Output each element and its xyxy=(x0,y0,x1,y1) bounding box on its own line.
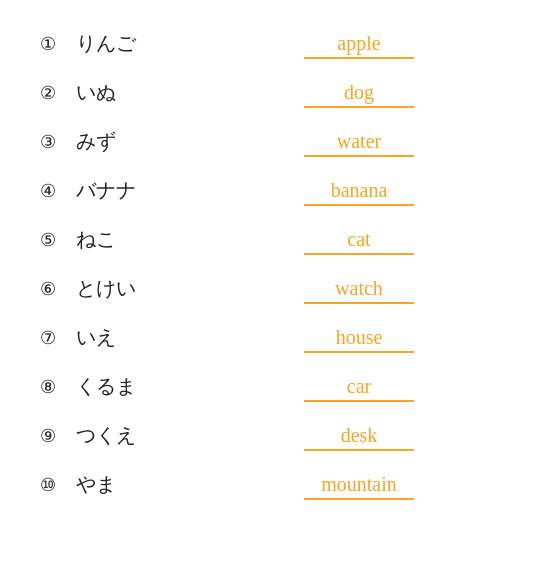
vocab-list: ①りんごapple②いぬdog③みずwater④バナナbanana⑤ねこcat⑥… xyxy=(40,20,512,510)
item-number: ① xyxy=(40,33,76,55)
item-english: cat xyxy=(304,228,414,255)
vocab-item: ⑨つくえdesk xyxy=(40,412,512,461)
item-number: ④ xyxy=(40,180,76,202)
item-japanese: りんご xyxy=(76,30,206,57)
item-english: water xyxy=(304,130,414,157)
item-english: watch xyxy=(304,277,414,304)
item-english: house xyxy=(304,326,414,353)
item-english-wrapper: desk xyxy=(206,424,512,451)
item-number: ⑩ xyxy=(40,474,76,496)
item-number: ③ xyxy=(40,131,76,153)
item-japanese: いえ xyxy=(76,324,206,351)
item-english-wrapper: house xyxy=(206,326,512,353)
item-english-wrapper: mountain xyxy=(206,473,512,500)
item-english-wrapper: cat xyxy=(206,228,512,255)
item-english: banana xyxy=(304,179,414,206)
item-number: ② xyxy=(40,82,76,104)
item-japanese: とけい xyxy=(76,275,206,302)
item-number: ⑤ xyxy=(40,229,76,251)
vocab-item: ④バナナbanana xyxy=(40,167,512,216)
vocab-item: ②いぬdog xyxy=(40,69,512,118)
item-japanese: くるま xyxy=(76,373,206,400)
vocab-item: ⑤ねこcat xyxy=(40,216,512,265)
vocab-item: ①りんごapple xyxy=(40,20,512,69)
item-japanese: バナナ xyxy=(76,177,206,204)
vocab-item: ③みずwater xyxy=(40,118,512,167)
item-japanese: つくえ xyxy=(76,422,206,449)
vocab-item: ⑧くるまcar xyxy=(40,363,512,412)
vocab-item: ⑩やまmountain xyxy=(40,461,512,510)
vocab-item: ⑥とけいwatch xyxy=(40,265,512,314)
item-english: mountain xyxy=(304,473,414,500)
item-english-wrapper: water xyxy=(206,130,512,157)
item-number: ⑨ xyxy=(40,425,76,447)
item-english-wrapper: car xyxy=(206,375,512,402)
item-number: ⑦ xyxy=(40,327,76,349)
item-english: apple xyxy=(304,32,414,59)
item-number: ⑧ xyxy=(40,376,76,398)
item-english: car xyxy=(304,375,414,402)
vocab-item: ⑦いえhouse xyxy=(40,314,512,363)
item-english-wrapper: dog xyxy=(206,81,512,108)
item-english: desk xyxy=(304,424,414,451)
item-english-wrapper: banana xyxy=(206,179,512,206)
item-japanese: みず xyxy=(76,128,206,155)
item-english-wrapper: watch xyxy=(206,277,512,304)
item-japanese: ねこ xyxy=(76,226,206,253)
item-japanese: いぬ xyxy=(76,79,206,106)
item-number: ⑥ xyxy=(40,278,76,300)
item-english: dog xyxy=(304,81,414,108)
item-english-wrapper: apple xyxy=(206,32,512,59)
item-japanese: やま xyxy=(76,471,206,498)
